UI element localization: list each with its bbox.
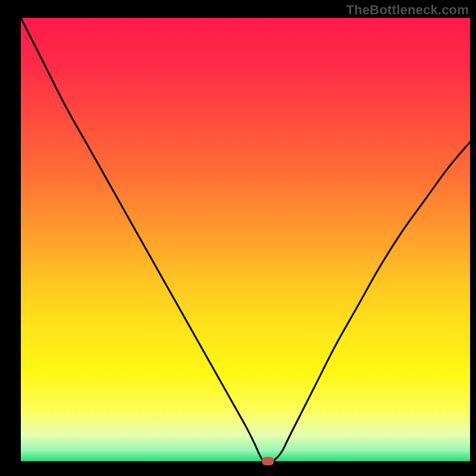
chart-svg [0,0,476,476]
minimum-marker [262,457,274,465]
chart-container: TheBottleneck.com [0,0,476,476]
chart-background [21,18,470,461]
